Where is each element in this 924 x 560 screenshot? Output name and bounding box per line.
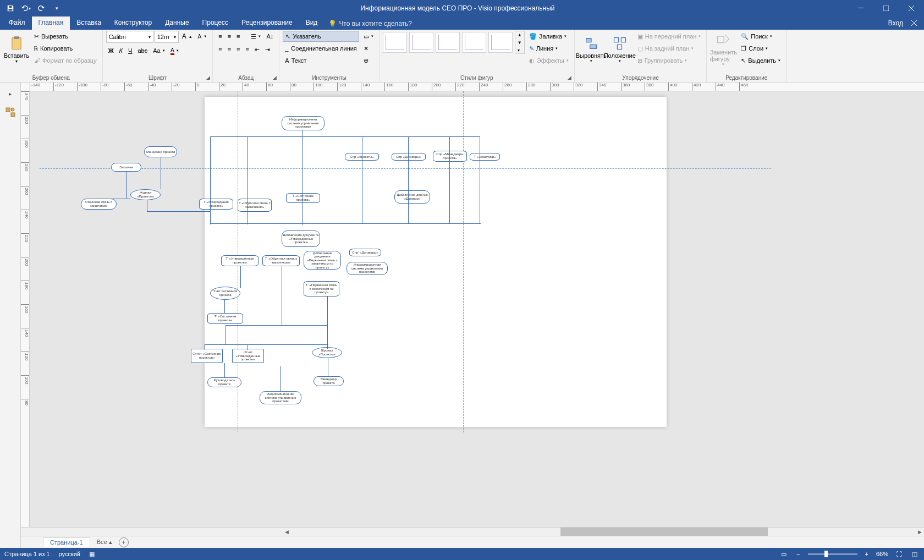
all-pages-button[interactable]: Все ▴ [92, 537, 117, 547]
align-middle-button[interactable]: ≡ [226, 31, 233, 42]
macro-icon[interactable]: ▦ [89, 551, 95, 558]
send-back-button[interactable]: ▢На задний план▾ [635, 43, 703, 54]
shape-t-feedback[interactable]: Т «Обратная связь с заказчиком» [238, 199, 272, 212]
font-size-combo[interactable]: 12пт▾ [155, 31, 179, 43]
tab-review[interactable]: Рецензирование [235, 17, 299, 30]
bold-button[interactable]: Ж [106, 45, 116, 56]
language-status[interactable]: русский [58, 551, 80, 558]
page-tab-1[interactable]: Страница-1 [43, 537, 90, 547]
connector-tool-button[interactable]: ⎯Соединительная линия [283, 43, 359, 54]
connector-x-button[interactable]: ✕ [361, 43, 376, 54]
effects-button[interactable]: ◐Эффекты▾ [527, 55, 571, 66]
shape-journal[interactable]: Журнал «Проекты» [130, 189, 161, 200]
shape-t-approve[interactable]: Т «Утверждение проекта» [199, 199, 233, 210]
align-left-button[interactable]: ≡ [216, 44, 224, 55]
connection-point-button[interactable]: ⊕ [361, 55, 376, 66]
paragraph-dialog-launcher[interactable]: ◢ [271, 74, 278, 81]
shrink-font-button[interactable]: A▼ [196, 31, 210, 42]
style-swatch-3[interactable] [436, 32, 460, 53]
scroll-right-button[interactable]: ▶ [915, 528, 924, 536]
line-button[interactable]: ✎Линия▾ [527, 43, 571, 54]
align-bottom-button[interactable]: ≡ [234, 31, 242, 42]
shape-add-contract[interactable]: Добавление данных «Договор» [394, 190, 430, 204]
grow-font-button[interactable]: A▲ [180, 31, 195, 42]
layers-button[interactable]: ❐Слои▾ [739, 43, 783, 54]
font-color-button[interactable]: A▾ [168, 45, 181, 56]
undo-button[interactable]: ▾ [20, 2, 32, 14]
shape-spr-managers[interactable]: Спр «Менеджеры проекта» [433, 151, 467, 162]
qat-customize[interactable]: ▾ [51, 2, 63, 14]
expand-shapes-pane[interactable]: ▸ [4, 87, 17, 100]
change-shape-button[interactable]: Заменить фигуру▾ [710, 31, 736, 68]
gallery-down-button[interactable]: ▼ [515, 39, 524, 46]
style-swatch-4[interactable] [462, 32, 486, 53]
add-page-button[interactable]: + [119, 537, 129, 547]
fill-button[interactable]: 🪣Заливка▾ [527, 31, 571, 42]
select-button[interactable]: ↖Выделить▾ [739, 55, 783, 66]
fit-page-button[interactable]: ⛶ [894, 551, 904, 557]
zoom-out-button[interactable]: − [794, 551, 802, 557]
shape-add-approved[interactable]: Добавление документа «Утверждённые проек… [282, 230, 320, 247]
tab-file[interactable]: Файл [2, 17, 32, 30]
align-top-button[interactable]: ≡ [216, 31, 224, 42]
shape-spr-contracts[interactable]: Спр «Договоры» [392, 153, 426, 161]
shape-t-state-2[interactable]: Т' «Состояние проекта» [207, 313, 243, 324]
pan-zoom-button[interactable]: ◫ [910, 551, 920, 558]
tab-design[interactable]: Конструктор [108, 17, 158, 30]
shape-info-system[interactable]: Информационная система управления проект… [282, 116, 324, 130]
tab-data[interactable]: Данные [158, 17, 195, 30]
presentation-mode-button[interactable]: ▭ [779, 551, 789, 558]
shape-t-state[interactable]: Т «Состояние проекта» [286, 193, 320, 203]
zoom-in-button[interactable]: + [863, 551, 871, 557]
shape-report-state[interactable]: Отчёт «Состояние проектов» [191, 349, 223, 363]
save-button[interactable] [4, 2, 16, 14]
copy-button[interactable]: ⎘Копировать [32, 43, 99, 54]
align-justify-button[interactable]: ≡ [243, 44, 251, 55]
shape-add-primary[interactable]: Добавление документа «Первичная связь с … [304, 251, 341, 270]
collapse-ribbon-button[interactable] [908, 17, 921, 30]
font-dialog-launcher[interactable]: ◢ [205, 74, 211, 81]
decrease-indent-button[interactable]: ⇤ [252, 44, 262, 55]
tell-me-search[interactable]: 💡 Что вы хотите сделать? [324, 18, 416, 30]
redo-button[interactable] [35, 2, 47, 14]
gallery-more-button[interactable]: ▾ [515, 47, 524, 53]
font-family-combo[interactable]: Calibri▾ [106, 31, 153, 43]
minimize-button[interactable] [848, 0, 873, 17]
bullets-button[interactable]: ☰▾ [249, 31, 263, 42]
format-painter-button[interactable]: 🖌Формат по образцу [32, 55, 99, 66]
style-swatch-2[interactable] [409, 32, 433, 53]
text-direction-button[interactable]: A↕ [264, 31, 276, 42]
text-tool-button[interactable]: AТекст [283, 55, 359, 66]
shape-feedback[interactable]: Обратная связь с заказчиком [81, 199, 117, 210]
rectangle-tool-button[interactable]: ▭▾ [361, 31, 376, 42]
scroll-left-button[interactable]: ◀ [282, 528, 291, 536]
change-case-button[interactable]: Aa▾ [151, 45, 167, 56]
align-right-button[interactable]: ≡ [234, 44, 242, 55]
style-swatch-1[interactable] [383, 32, 407, 53]
cut-button[interactable]: ✂Вырезать [32, 31, 99, 42]
position-button[interactable]: Положение▾ [607, 31, 633, 68]
shape-manager[interactable]: Менеджер проекта [144, 146, 177, 157]
italic-button[interactable]: К [117, 45, 125, 56]
tab-view[interactable]: Вид [299, 17, 324, 30]
align-button[interactable]: Выровнять▾ [578, 31, 604, 68]
shape-t-approved[interactable]: Т' «Утверждённые проекты» [221, 255, 258, 266]
style-gallery[interactable]: ▲ ▼ ▾ [383, 31, 525, 54]
align-center-button[interactable]: ≡ [226, 44, 233, 55]
shape-t-primary[interactable]: Т' «Первичная связь с заказчиком по прое… [304, 281, 339, 297]
bring-front-button[interactable]: ▣На передний план▾ [635, 31, 703, 42]
horizontal-scrollbar[interactable]: ◀ ▶ [21, 527, 924, 536]
login-link[interactable]: Вход [888, 19, 903, 27]
shape-spr-contracts-2[interactable]: Спр' «Договоры» [349, 249, 381, 256]
shape-info-system-2[interactable]: Информационная система управления проект… [346, 262, 388, 275]
tab-home[interactable]: Главная [32, 17, 70, 30]
pointer-tool-button[interactable]: ↖Указатель [283, 31, 359, 42]
paste-button[interactable]: Вставить ▾ [3, 31, 30, 68]
close-button[interactable] [899, 0, 924, 17]
gallery-up-button[interactable]: ▲ [515, 31, 524, 38]
group-button[interactable]: ⊞Группировать▾ [635, 55, 703, 66]
shape-t-customers[interactable]: Т «Заказчики» [470, 153, 500, 161]
hscroll-thumb[interactable] [560, 528, 768, 536]
shape-customer[interactable]: Заказчик [111, 163, 141, 172]
shape-info-system-3[interactable]: Информационная система управления проект… [260, 391, 301, 404]
